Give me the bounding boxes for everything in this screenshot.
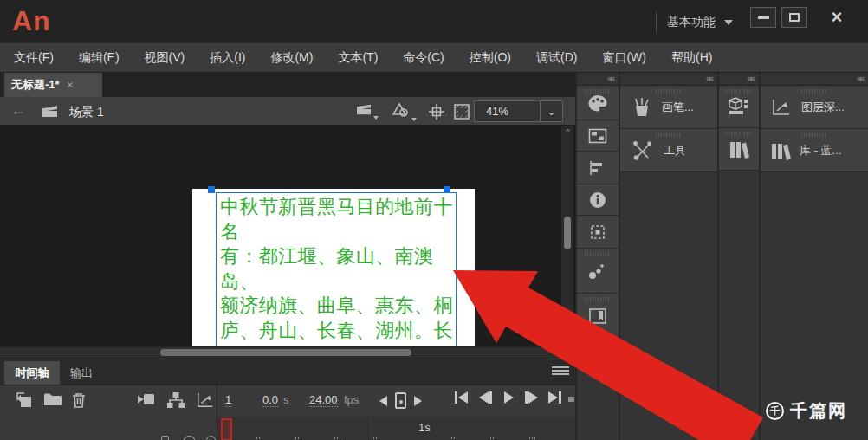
maximize-button[interactable]	[781, 7, 807, 28]
transform-panel-button[interactable]	[577, 216, 619, 249]
tab-output[interactable]: 输出	[62, 361, 101, 385]
collapse-panels-icon[interactable]: ««	[607, 74, 613, 83]
timeline-controls: 1 0.0 s 24.00 fps	[0, 385, 575, 417]
frame-graph-button[interactable]	[196, 391, 215, 411]
new-folder-button[interactable]	[43, 391, 62, 410]
hierarchy-icon	[166, 391, 185, 409]
collapse-panels-icon[interactable]: ««	[857, 74, 863, 83]
lock-icon[interactable]	[161, 436, 169, 440]
swatches-panel-button[interactable]	[577, 120, 619, 152]
center-frame-button[interactable]	[428, 103, 445, 123]
edit-scene-button[interactable]	[355, 102, 372, 119]
layer-pane-divider[interactable]	[217, 359, 217, 428]
menu-control[interactable]: 控制(O)	[470, 50, 511, 66]
library-panel-icon-button[interactable]	[719, 128, 759, 171]
particles-panel-button[interactable]	[577, 249, 619, 294]
step-back-one-frame-button[interactable]	[479, 391, 492, 404]
info-panel-button[interactable]	[577, 184, 619, 216]
document-tab[interactable]: 无标题-1* ×	[4, 73, 102, 97]
components-panel-button[interactable]	[719, 86, 759, 128]
resize-handle[interactable]	[568, 397, 574, 402]
step-forward-icon[interactable]	[414, 396, 422, 406]
scene-name: 场景 1	[69, 105, 104, 120]
zoom-level-dropdown[interactable]: 41% ⌄	[474, 100, 563, 122]
minimize-icon	[758, 16, 769, 19]
selected-text-box[interactable]: 中秋节新晋黑马目的地前十名 有：都江堰、象山、南澳岛、 额济纳旗、曲阜、惠东、桐…	[216, 192, 457, 346]
menu-edit[interactable]: 编辑(E)	[79, 50, 120, 66]
horizontal-scrollbar[interactable]: ›	[0, 346, 575, 358]
vertical-scroll-thumb[interactable]	[564, 217, 571, 249]
menu-text[interactable]: 文本(T)	[338, 50, 378, 66]
new-layer-button[interactable]	[16, 391, 33, 411]
timeline-ruler[interactable]: 1s	[0, 417, 575, 440]
scroll-down-icon[interactable]: ⌄	[564, 333, 572, 345]
menu-debug[interactable]: 调试(D)	[536, 50, 577, 66]
selection-handle-left[interactable]	[208, 186, 215, 193]
outline-icon[interactable]	[206, 436, 216, 440]
stage[interactable]: 中秋节新晋黑马目的地前十名 有：都江堰、象山、南澳岛、 额济纳旗、曲阜、惠东、桐…	[192, 189, 475, 346]
selection-handle-right[interactable]	[444, 186, 450, 193]
align-panel-button[interactable]	[577, 152, 619, 184]
dock-column-icons-2	[719, 86, 759, 440]
panel-menu-icon[interactable]	[552, 366, 569, 378]
clip-content-button[interactable]	[453, 103, 470, 123]
maximize-icon	[789, 13, 800, 22]
play-button[interactable]	[504, 391, 514, 404]
menu-window[interactable]: 窗口(W)	[602, 50, 646, 66]
workspace-switcher[interactable]: 基本功能	[667, 15, 733, 30]
snippets-panel-button[interactable]	[577, 294, 619, 339]
playhead-marker-icon[interactable]	[395, 392, 406, 409]
swatches-icon	[588, 128, 607, 144]
current-frame-field[interactable]: 1	[225, 393, 231, 407]
color-panel-button[interactable]	[577, 86, 619, 120]
menu-insert[interactable]: 插入(I)	[210, 50, 245, 66]
menu-bar: 文件(F) 编辑(E) 视图(V) 插入(I) 修改(M) 文本(T) 命令(C…	[0, 43, 868, 73]
divider	[656, 12, 657, 33]
align-icon	[589, 160, 606, 176]
delete-layer-button[interactable]	[71, 391, 87, 411]
watermark-logo-icon: 千	[766, 402, 784, 420]
layer-depth-panel-button[interactable]: 图层深...	[761, 86, 868, 129]
brushes-panel-label: 画笔...	[662, 100, 694, 115]
tools-panel-button[interactable]: 工具	[620, 129, 717, 172]
vertical-scrollbar[interactable]: ⌃ ⌄	[561, 126, 573, 346]
tab-close-icon[interactable]: ×	[67, 78, 74, 92]
go-to-last-frame-button[interactable]	[548, 391, 561, 404]
scroll-up-icon[interactable]: ⌃	[564, 127, 572, 139]
frame-rate-unit: fps	[344, 393, 359, 406]
stage-text: 中秋节新晋黑马目的地前十名 有：都江堰、象山、南澳岛、 额济纳旗、曲阜、惠东、桐…	[220, 195, 454, 346]
horizontal-scroll-thumb[interactable]	[160, 349, 411, 356]
go-to-first-frame-button[interactable]	[455, 391, 468, 404]
menu-view[interactable]: 视图(V)	[145, 50, 185, 66]
back-arrow-icon[interactable]: ←	[10, 101, 26, 120]
menu-file[interactable]: 文件(F)	[14, 50, 54, 66]
books-icon	[728, 139, 750, 159]
menu-help[interactable]: 帮助(H)	[671, 50, 712, 66]
close-window-button[interactable]: ×	[821, 5, 852, 29]
grip-dots	[801, 89, 827, 94]
canvas-pasteboard[interactable]: 中秋节新晋黑马目的地前十名 有：都江堰、象山、南澳岛、 额济纳旗、曲阜、惠东、桐…	[0, 126, 575, 346]
menu-modify[interactable]: 修改(M)	[270, 50, 313, 66]
grip-dots	[726, 89, 752, 94]
menu-commands[interactable]: 命令(C)	[403, 50, 444, 66]
step-back-icon[interactable]	[379, 396, 387, 406]
dock-header: ««	[620, 73, 717, 86]
brushes-panel-button[interactable]: 画笔...	[620, 86, 717, 129]
step-forward-one-frame-button[interactable]	[525, 391, 538, 404]
edit-symbols-button[interactable]	[392, 102, 411, 120]
ruler-gridline	[371, 417, 372, 440]
library-panel-button[interactable]: 库 - 蓝...	[761, 129, 868, 172]
dock-column-brushes-tools: 画笔... 工具	[620, 86, 717, 440]
camera-button[interactable]	[137, 391, 156, 410]
minimize-button[interactable]	[750, 7, 776, 28]
dock-header: ««	[719, 73, 759, 86]
elapsed-time-field[interactable]: 0.0	[262, 393, 278, 407]
scroll-right-icon[interactable]: ›	[568, 346, 572, 359]
collapse-panels-icon[interactable]: ««	[748, 74, 754, 83]
frame-rate-field[interactable]: 24.00	[309, 393, 338, 407]
collapse-panels-icon[interactable]: ««	[706, 74, 712, 83]
eye-icon[interactable]	[184, 436, 195, 440]
camera-icon	[137, 391, 156, 407]
layer-parenting-button[interactable]	[166, 391, 185, 411]
tab-timeline[interactable]: 时间轴	[4, 361, 60, 385]
